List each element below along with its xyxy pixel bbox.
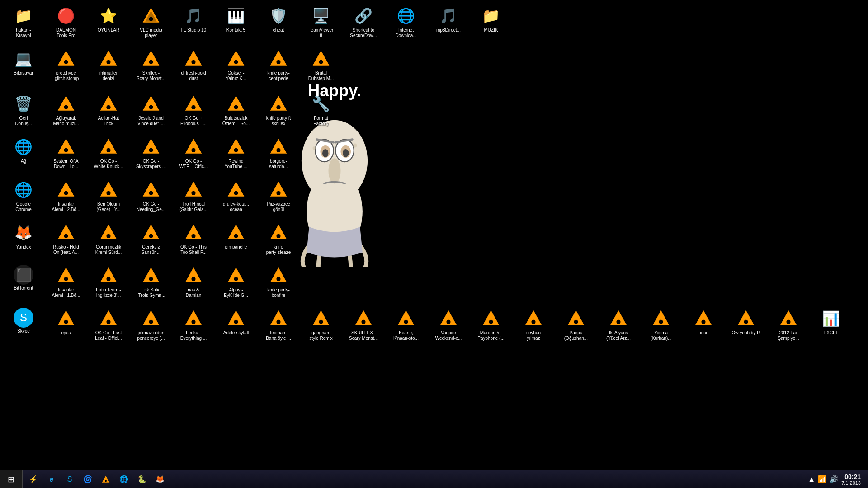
- icon-jessie-j[interactable]: Jessie J andVince duet '...: [131, 91, 171, 132]
- icon-piiz[interactable]: Piiz-vazgeçgönül: [258, 177, 299, 218]
- svg-point-59: [149, 191, 153, 195]
- taskbar-vlc-icon[interactable]: [98, 472, 114, 487]
- icon-knife-bonfire[interactable]: knife party-bonfire: [258, 263, 299, 304]
- icon-daemon-tools[interactable]: 🔴 Happy. DAEMONTools Pro: [46, 3, 86, 44]
- icon-kontakt[interactable]: 🎹 Kontakt 5: [216, 3, 256, 44]
- svg-point-17: [64, 60, 68, 64]
- svg-point-11: [353, 144, 357, 148]
- icon-protohype[interactable]: protohype-glitch stomp: [46, 46, 86, 87]
- icon-rusko[interactable]: Rusko - HoldOn (feat. A...: [46, 220, 86, 261]
- svg-point-117: [616, 320, 620, 324]
- icon-chrome[interactable]: 🌐 GoogleChrome: [3, 177, 44, 218]
- icon-bittorrent[interactable]: ⬛ BitTorrent: [3, 263, 44, 304]
- icon-aglarayak[interactable]: AğlayarakMario müzi...: [46, 91, 86, 132]
- icon-panpa[interactable]: Panpa(Oğuzhan...: [556, 306, 596, 347]
- icon-dj-fresh[interactable]: dj fresh-golddust: [173, 46, 214, 87]
- icon-skype[interactable]: S Skype: [3, 306, 44, 347]
- taskbar-ie-icon[interactable]: e: [43, 472, 60, 487]
- icon-okgo-sky[interactable]: OK Go -Skyscrapers ...: [131, 134, 171, 175]
- icon-cikmaz[interactable]: çıkmaz oldunpencereye (...: [131, 306, 171, 347]
- icon-okgo-pilobolus[interactable]: OK Go +Pilobolus - ...: [173, 91, 214, 132]
- svg-point-149: [105, 480, 107, 482]
- icon-fatih-terim[interactable]: Fatih Terim -Ingilizce 3'...: [88, 263, 129, 304]
- icon-okgo-this-too[interactable]: OK Go - ThisToo Shall P...: [173, 220, 214, 261]
- icon-okgo-wtf[interactable]: OK Go -WTF- - Offic...: [173, 134, 214, 175]
- icon-alpay[interactable]: Alpay -Eylül'de G...: [216, 263, 256, 304]
- icon-brutal-dubstep[interactable]: BrutalDubstep M...: [301, 46, 341, 87]
- start-button[interactable]: ⊞: [0, 470, 23, 488]
- icon-internet-download[interactable]: 🌐 InternetDownloa...: [386, 3, 426, 44]
- icon-vampire-weekend[interactable]: VanpireWeekend-c...: [428, 306, 469, 347]
- icon-hakan-kisayol[interactable]: 📁 hakan -Kısayol: [3, 3, 44, 44]
- icon-borgore[interactable]: borgore-saturda...: [258, 134, 299, 175]
- icon-teamviewer[interactable]: 🖥️ TeamViewer8: [301, 3, 341, 44]
- icon-keane[interactable]: Keane,K'naan-sto...: [386, 306, 426, 347]
- icon-insanlar-1[interactable]: InsanlarAlemi - 1.Bö...: [46, 263, 86, 304]
- icon-aelian-hat[interactable]: Aelian-HatTrick: [88, 91, 129, 132]
- icon-knife-sleaze[interactable]: knifeparty-sleaze: [258, 220, 299, 261]
- icon-muzik[interactable]: 📁 MÜZİK: [471, 3, 511, 44]
- icon-excel[interactable]: 📊 EXCEL: [811, 306, 851, 347]
- svg-point-109: [446, 320, 450, 324]
- icon-fl-studio[interactable]: 🎵 FL Studio 10: [173, 3, 214, 44]
- icon-yandex[interactable]: 🦊 Yandex: [3, 220, 44, 261]
- icon-2012-fail[interactable]: 2012 FailŞampiyo...: [768, 306, 809, 347]
- icon-mp3direct[interactable]: 🎵 mp3Direct...: [428, 3, 469, 44]
- icon-goksel[interactable]: Göksel -Yalnız K...: [216, 46, 256, 87]
- icon-troll-hincal[interactable]: Troll Hıncal(Saldır Gala...: [173, 177, 214, 218]
- taskbar-python-icon[interactable]: 🐍: [134, 472, 150, 487]
- icon-system-of-a-down[interactable]: System Of ADown - Lo...: [46, 134, 86, 175]
- icon-gereksiz[interactable]: GereksizSansür ...: [131, 220, 171, 261]
- icon-erik-satie[interactable]: Erik Satie-Trois Gymn...: [131, 263, 171, 304]
- icon-adele-skyfall[interactable]: Adele-skyfall: [216, 306, 256, 347]
- icon-maroon5[interactable]: Maroon 5 -Payphone (...: [471, 306, 511, 347]
- icon-geri-donus[interactable]: 🗑️ GeriDönüş...: [3, 91, 44, 132]
- icon-inci[interactable]: inci: [683, 306, 724, 347]
- icon-skrillex-scary2[interactable]: SKRILLEX -Scary Monst...: [343, 306, 384, 347]
- icon-bilgisayar[interactable]: 💻 Bilgisayar: [3, 46, 44, 87]
- icon-okgo-white[interactable]: OK Go -White Knuck...: [88, 134, 129, 175]
- taskbar-yandex-icon[interactable]: 🦊: [152, 472, 168, 487]
- svg-point-6: [322, 149, 329, 157]
- icon-ihtimaller[interactable]: ihtimallerdenizi: [88, 46, 129, 87]
- icon-okgo-needing[interactable]: OK Go -Needing_Ge...: [131, 177, 171, 218]
- icon-shortcut[interactable]: 🔗 Shortcut toSecureDow...: [343, 3, 384, 44]
- svg-point-123: [744, 320, 748, 324]
- icon-ben-oldum[interactable]: Ben Öldüm(Gece) - Y...: [88, 177, 129, 218]
- icon-teoman[interactable]: Teoman -Bana öyle ...: [258, 306, 299, 347]
- icon-lenka[interactable]: Lenka -Everything ...: [173, 306, 214, 347]
- icon-format-factory[interactable]: 🔧 FormatFactory: [301, 91, 341, 132]
- icon-gorunmezlik[interactable]: GörünmezlikKremi Sürd...: [88, 220, 129, 261]
- icon-cheat[interactable]: 🛡️ cheat: [258, 3, 299, 44]
- icon-nas-damian[interactable]: nas &Damian: [173, 263, 214, 304]
- svg-point-45: [106, 148, 110, 152]
- icon-gangnam[interactable]: gangnamstyle Remix: [301, 306, 341, 347]
- icon-knife-party-ft[interactable]: knife party ftskrillex: [258, 91, 299, 132]
- icon-ow-yeah[interactable]: Ow yeah by R: [726, 306, 766, 347]
- taskbar-bittorrent-icon[interactable]: 🌀: [80, 472, 96, 487]
- icon-druley[interactable]: druley-keta...ocean: [216, 177, 256, 218]
- system-clock[interactable]: 00:21 7.1.2013: [841, 473, 864, 486]
- icon-oyunlar[interactable]: ⭐ OYUNLAR: [88, 3, 129, 44]
- icon-skrillex-scary[interactable]: Skrillex -Scary Monst...: [131, 46, 171, 87]
- svg-point-12: [313, 146, 316, 150]
- svg-point-21: [149, 60, 153, 64]
- tray-volume-icon[interactable]: 🔊: [830, 475, 839, 483]
- taskbar-skype-icon[interactable]: S: [61, 472, 78, 487]
- icon-ceyhun[interactable]: ceyhunyılmaz: [513, 306, 554, 347]
- icon-iki-alyans[interactable]: İki Alyans(Yücel Arz...: [598, 306, 639, 347]
- icon-ag[interactable]: 🌐 Ağ: [3, 134, 44, 175]
- icon-yosma[interactable]: Yosma(Kurban)...: [641, 306, 681, 347]
- taskbar-daemon-icon[interactable]: ⚡: [25, 472, 42, 487]
- icon-pin-panelle[interactable]: pin panelle: [216, 220, 256, 261]
- icon-insanlar-2[interactable]: InsanlarAlemi - 2.Bö...: [46, 177, 86, 218]
- icon-bulutsuzluk[interactable]: BulutsuzlukÖzlemi - So...: [216, 91, 256, 132]
- tray-show-icon[interactable]: ▲: [808, 475, 815, 483]
- icon-rewind-youtube[interactable]: RewindYouTube ...: [216, 134, 256, 175]
- tray-network-icon[interactable]: 📶: [818, 475, 827, 483]
- taskbar-chrome-icon[interactable]: 🌐: [116, 472, 132, 487]
- icon-vlc-media[interactable]: VLC mediaplayer: [131, 3, 171, 44]
- icon-okgo-last-leaf[interactable]: OK Go - LastLeaf - Offici...: [88, 306, 129, 347]
- icon-knife-party-centipede[interactable]: knife party-centipede: [258, 46, 299, 87]
- icon-eyes[interactable]: eyes: [46, 306, 86, 347]
